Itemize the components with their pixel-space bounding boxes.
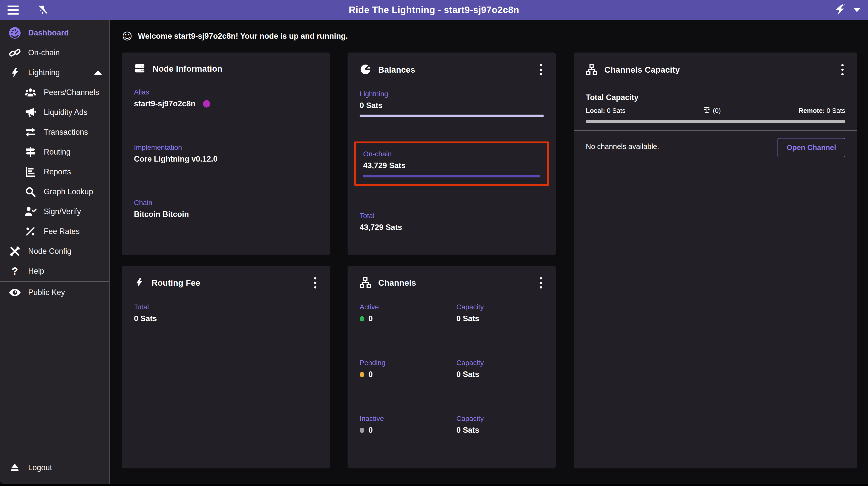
kebab-menu-icon[interactable] <box>313 276 318 290</box>
local-label: Local: <box>586 107 605 114</box>
lightning-label: Lightning <box>360 90 544 98</box>
smiley-icon: ☺ <box>122 31 132 41</box>
active-channels-row: Active 0 Capacity 0 Sats <box>360 303 544 323</box>
onchain-highlight-box: On-chain 43,729 Sats <box>354 142 549 186</box>
dashboard-icon <box>8 27 21 39</box>
rtl-app: Ride The Lightning - start9-sj97o2c8n <box>0 0 868 484</box>
sidebar-item-label: Graph Lookup <box>44 187 93 196</box>
hub-icon <box>586 64 597 76</box>
lightning-balance-stat: Lightning 0 Sats <box>360 90 544 117</box>
active-count: 0 <box>368 314 373 323</box>
chain-value: Bitcoin Bitcoin <box>134 210 318 219</box>
signpost-icon <box>24 146 37 158</box>
sidebar-item-label: On-chain <box>28 48 60 57</box>
search-icon <box>24 186 37 198</box>
sidebar-item-help[interactable]: ? Help <box>0 261 109 281</box>
sidebar-item-onchain[interactable]: On-chain <box>0 43 109 63</box>
onchain-label: On-chain <box>363 150 540 158</box>
server-icon <box>134 63 146 75</box>
sidebar-item-label: Fee Rates <box>44 227 80 236</box>
card-title: Balances <box>378 65 415 74</box>
rtl-logo <box>832 3 849 17</box>
sidebar-item-lightning[interactable]: Lightning <box>0 63 109 83</box>
link-icon <box>8 47 21 59</box>
main-content: ☺ Welcome start9-sj97o2c8n! Your node is… <box>110 20 868 484</box>
card-title: Channels Capacity <box>604 65 680 74</box>
balances-card: Balances Lightning 0 Sats On-chain 43,72… <box>347 53 556 255</box>
sidebar-item-dashboard[interactable]: Dashboard <box>0 23 109 43</box>
pending-status-dot <box>360 372 364 377</box>
sidebar-item-sign-verify[interactable]: Sign/Verify <box>0 202 109 221</box>
capacity-value: 0 Sats <box>456 314 544 323</box>
total-label: Total <box>134 303 318 311</box>
sidebar-item-public-key[interactable]: Public Key <box>0 282 109 302</box>
sidebar-item-label: Sign/Verify <box>44 207 81 216</box>
capacity-label: Capacity <box>456 303 544 311</box>
lightning-progress-bar <box>360 115 544 117</box>
inactive-label: Inactive <box>360 415 456 423</box>
sidebar-item-label: Lightning <box>28 68 60 77</box>
sidebar-item-label: Reports <box>44 168 71 176</box>
bolt-icon <box>8 67 21 78</box>
sidebar-item-transactions[interactable]: Transactions <box>0 122 109 142</box>
eye-icon <box>8 288 21 297</box>
implementation-stat: Implementation Core Lightning v0.12.0 <box>134 144 318 163</box>
implementation-value: Core Lightning v0.12.0 <box>134 155 318 163</box>
inactive-channels-row: Inactive 0 Capacity 0 Sats <box>360 415 544 435</box>
capacity-progress-bar <box>586 120 845 123</box>
sidebar-item-label: Dashboard <box>28 28 69 37</box>
pending-count: 0 <box>368 370 373 379</box>
pie-chart-icon <box>360 64 371 76</box>
total-value: 43,729 Sats <box>360 223 544 232</box>
group-icon <box>24 86 37 99</box>
eject-icon <box>8 462 21 473</box>
routing-total-stat: Total 0 Sats <box>134 303 318 323</box>
person-check-icon <box>24 205 37 218</box>
logout-label: Logout <box>28 463 52 472</box>
total-value: 0 Sats <box>134 314 318 323</box>
question-icon: ? <box>8 265 21 277</box>
remote-value: 0 Sats <box>827 107 845 114</box>
sidebar-divider <box>0 281 109 282</box>
hamburger-menu-icon[interactable] <box>7 3 22 17</box>
swap-arrows-icon <box>24 126 37 138</box>
kebab-menu-icon[interactable] <box>840 63 845 77</box>
card-divider <box>574 130 857 131</box>
sidebar-item-graph-lookup[interactable]: Graph Lookup <box>0 182 109 202</box>
percent-icon <box>24 226 37 237</box>
sidebar-item-label: Node Config <box>28 247 71 256</box>
alias-stat: Alias start9-sj97o2c8n <box>134 88 318 108</box>
sidebar-item-fee-rates[interactable]: Fee Rates <box>0 221 109 241</box>
inactive-count: 0 <box>368 426 373 435</box>
sidebar-item-peers-channels[interactable]: Peers/Channels <box>0 83 109 102</box>
welcome-text: Welcome start9-sj97o2c8n! Your node is u… <box>138 32 348 41</box>
implementation-label: Implementation <box>134 144 318 152</box>
chevron-down-icon <box>854 8 861 12</box>
pin-off-icon[interactable] <box>35 3 50 17</box>
logout-button[interactable]: Logout <box>0 458 109 478</box>
open-channel-button[interactable]: Open Channel <box>778 138 845 157</box>
card-title: Routing Fee <box>152 278 200 288</box>
capacity-value: 0 Sats <box>456 370 544 379</box>
account-menu[interactable] <box>832 3 861 17</box>
tools-icon <box>8 245 21 257</box>
routing-fee-card: Routing Fee Total 0 Sats <box>122 266 330 468</box>
onchain-progress-bar <box>363 175 540 177</box>
onchain-value: 43,729 Sats <box>363 161 540 170</box>
sidebar-item-reports[interactable]: Reports <box>0 162 109 182</box>
pending-channels-row: Pending 0 Capacity 0 Sats <box>360 359 544 379</box>
sidebar-item-routing[interactable]: Routing <box>0 142 109 162</box>
capacity-label: Capacity <box>456 415 544 423</box>
total-capacity-title: Total Capacity <box>586 93 845 102</box>
hub-icon <box>360 277 371 289</box>
lightning-value: 0 Sats <box>360 101 544 110</box>
node-information-card: Node Information Alias start9-sj97o2c8n … <box>122 53 330 255</box>
remote-label: Remote: <box>799 107 825 114</box>
kebab-menu-icon[interactable] <box>538 276 544 290</box>
sidebar-item-node-config[interactable]: Node Config <box>0 241 109 261</box>
kebab-menu-icon[interactable] <box>538 63 544 77</box>
channels-capacity-card: Channels Capacity Total Capacity Local: … <box>574 53 857 468</box>
sidebar-item-liquidity-ads[interactable]: Liquidity Ads <box>0 102 109 122</box>
total-label: Total <box>360 212 544 220</box>
capacity-row: Local: 0 Sats <box>586 106 845 115</box>
